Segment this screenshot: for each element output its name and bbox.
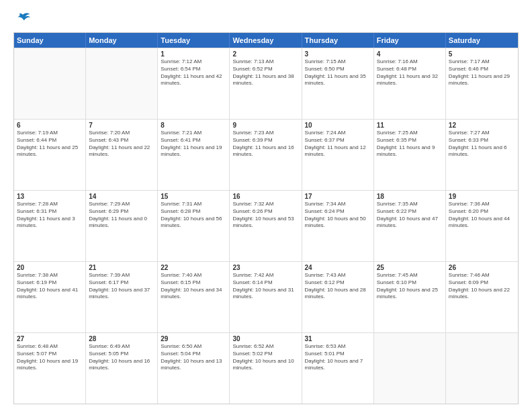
- day-cell-21: 21Sunrise: 7:39 AM Sunset: 6:17 PM Dayli…: [86, 262, 158, 332]
- day-number: 22: [161, 264, 226, 271]
- day-cell-14: 14Sunrise: 7:29 AM Sunset: 6:29 PM Dayli…: [86, 191, 158, 261]
- calendar-body: 1Sunrise: 7:12 AM Sunset: 6:54 PM Daylig…: [14, 48, 518, 404]
- day-cell-24: 24Sunrise: 7:43 AM Sunset: 6:12 PM Dayli…: [302, 262, 374, 332]
- day-cell-8: 8Sunrise: 7:21 AM Sunset: 6:41 PM Daylig…: [158, 120, 230, 190]
- day-number: 20: [17, 264, 83, 271]
- day-cell-12: 12Sunrise: 7:27 AM Sunset: 6:33 PM Dayli…: [446, 120, 518, 190]
- cell-info: Sunrise: 6:48 AM Sunset: 5:07 PM Dayligh…: [17, 343, 83, 372]
- day-header-sunday: Sunday: [14, 33, 86, 48]
- cell-info: Sunrise: 7:40 AM Sunset: 6:15 PM Dayligh…: [161, 272, 226, 301]
- cell-info: Sunrise: 7:25 AM Sunset: 6:35 PM Dayligh…: [377, 130, 443, 158]
- calendar-row-2: 6Sunrise: 7:19 AM Sunset: 6:44 PM Daylig…: [14, 119, 518, 190]
- day-cell-30: 30Sunrise: 6:52 AM Sunset: 5:02 PM Dayli…: [230, 333, 302, 404]
- day-number: 29: [161, 335, 226, 342]
- cell-info: Sunrise: 7:21 AM Sunset: 6:41 PM Dayligh…: [161, 130, 226, 158]
- day-number: 27: [17, 335, 83, 342]
- day-cell-11: 11Sunrise: 7:25 AM Sunset: 6:35 PM Dayli…: [374, 120, 446, 190]
- day-cell-2: 2Sunrise: 7:13 AM Sunset: 6:52 PM Daylig…: [230, 48, 302, 119]
- day-number: 30: [232, 335, 298, 342]
- day-number: 14: [89, 193, 154, 200]
- day-cell-3: 3Sunrise: 7:15 AM Sunset: 6:50 PM Daylig…: [302, 48, 374, 119]
- cell-info: Sunrise: 7:15 AM Sunset: 6:50 PM Dayligh…: [305, 58, 371, 87]
- day-cell-27: 27Sunrise: 6:48 AM Sunset: 5:07 PM Dayli…: [14, 333, 86, 404]
- day-number: 31: [305, 335, 371, 342]
- day-cell-15: 15Sunrise: 7:31 AM Sunset: 6:28 PM Dayli…: [158, 191, 230, 261]
- cell-info: Sunrise: 7:13 AM Sunset: 6:52 PM Dayligh…: [232, 58, 298, 87]
- day-number: 10: [305, 122, 371, 129]
- cell-info: Sunrise: 7:16 AM Sunset: 6:48 PM Dayligh…: [377, 58, 443, 87]
- day-header-friday: Friday: [374, 33, 446, 48]
- day-number: 12: [449, 122, 515, 129]
- day-cell-28: 28Sunrise: 6:49 AM Sunset: 5:05 PM Dayli…: [86, 333, 158, 404]
- cell-info: Sunrise: 7:31 AM Sunset: 6:28 PM Dayligh…: [161, 201, 226, 230]
- day-number: 3: [305, 50, 371, 58]
- empty-cell: [374, 333, 446, 404]
- day-cell-25: 25Sunrise: 7:45 AM Sunset: 6:10 PM Dayli…: [374, 262, 446, 332]
- day-number: 13: [17, 193, 83, 200]
- cell-info: Sunrise: 7:19 AM Sunset: 6:44 PM Dayligh…: [17, 130, 83, 158]
- day-number: 25: [377, 264, 443, 271]
- day-cell-7: 7Sunrise: 7:20 AM Sunset: 6:43 PM Daylig…: [86, 120, 158, 190]
- day-cell-6: 6Sunrise: 7:19 AM Sunset: 6:44 PM Daylig…: [14, 120, 86, 190]
- day-number: 28: [89, 335, 154, 342]
- day-number: 6: [17, 122, 83, 129]
- day-header-saturday: Saturday: [446, 33, 518, 48]
- cell-info: Sunrise: 7:45 AM Sunset: 6:10 PM Dayligh…: [377, 272, 443, 301]
- day-number: 9: [232, 122, 298, 129]
- cell-info: Sunrise: 7:20 AM Sunset: 6:43 PM Dayligh…: [89, 130, 154, 158]
- day-number: 2: [232, 50, 298, 58]
- cell-info: Sunrise: 7:42 AM Sunset: 6:14 PM Dayligh…: [232, 272, 298, 301]
- cell-info: Sunrise: 6:52 AM Sunset: 5:02 PM Dayligh…: [232, 343, 298, 372]
- cell-info: Sunrise: 7:24 AM Sunset: 6:37 PM Dayligh…: [305, 130, 371, 158]
- cell-info: Sunrise: 7:35 AM Sunset: 6:22 PM Dayligh…: [377, 201, 443, 230]
- day-header-thursday: Thursday: [302, 33, 374, 48]
- day-number: 11: [377, 122, 443, 129]
- cell-info: Sunrise: 7:36 AM Sunset: 6:20 PM Dayligh…: [449, 201, 515, 230]
- day-number: 19: [449, 193, 515, 200]
- cell-info: Sunrise: 6:49 AM Sunset: 5:05 PM Dayligh…: [89, 343, 154, 372]
- day-cell-13: 13Sunrise: 7:28 AM Sunset: 6:31 PM Dayli…: [14, 191, 86, 261]
- day-number: 4: [377, 50, 443, 58]
- day-cell-4: 4Sunrise: 7:16 AM Sunset: 6:48 PM Daylig…: [374, 48, 446, 119]
- day-number: 8: [161, 122, 226, 129]
- calendar-row-4: 20Sunrise: 7:38 AM Sunset: 6:19 PM Dayli…: [14, 261, 518, 332]
- day-number: 21: [89, 264, 154, 271]
- cell-info: Sunrise: 7:12 AM Sunset: 6:54 PM Dayligh…: [161, 58, 226, 87]
- calendar-row-5: 27Sunrise: 6:48 AM Sunset: 5:07 PM Dayli…: [14, 332, 518, 404]
- day-cell-22: 22Sunrise: 7:40 AM Sunset: 6:15 PM Dayli…: [158, 262, 230, 332]
- day-cell-19: 19Sunrise: 7:36 AM Sunset: 6:20 PM Dayli…: [446, 191, 518, 261]
- cell-info: Sunrise: 6:50 AM Sunset: 5:04 PM Dayligh…: [161, 343, 226, 372]
- day-cell-23: 23Sunrise: 7:42 AM Sunset: 6:14 PM Dayli…: [230, 262, 302, 332]
- empty-cell: [14, 48, 86, 119]
- day-cell-16: 16Sunrise: 7:32 AM Sunset: 6:26 PM Dayli…: [230, 191, 302, 261]
- empty-cell: [446, 333, 518, 404]
- empty-cell: [86, 48, 158, 119]
- day-cell-18: 18Sunrise: 7:35 AM Sunset: 6:22 PM Dayli…: [374, 191, 446, 261]
- day-cell-1: 1Sunrise: 7:12 AM Sunset: 6:54 PM Daylig…: [158, 48, 230, 119]
- calendar-row-3: 13Sunrise: 7:28 AM Sunset: 6:31 PM Dayli…: [14, 190, 518, 261]
- cell-info: Sunrise: 7:34 AM Sunset: 6:24 PM Dayligh…: [305, 201, 371, 230]
- cell-info: Sunrise: 7:46 AM Sunset: 6:09 PM Dayligh…: [449, 272, 515, 301]
- calendar: SundayMondayTuesdayWednesdayThursdayFrid…: [13, 32, 519, 404]
- cell-info: Sunrise: 7:23 AM Sunset: 6:39 PM Dayligh…: [232, 130, 298, 158]
- day-cell-5: 5Sunrise: 7:17 AM Sunset: 6:46 PM Daylig…: [446, 48, 518, 119]
- logo: [13, 12, 31, 26]
- calendar-row-1: 1Sunrise: 7:12 AM Sunset: 6:54 PM Daylig…: [14, 48, 518, 119]
- day-number: 18: [377, 193, 443, 200]
- day-number: 5: [449, 50, 515, 58]
- day-cell-20: 20Sunrise: 7:38 AM Sunset: 6:19 PM Dayli…: [14, 262, 86, 332]
- cell-info: Sunrise: 7:17 AM Sunset: 6:46 PM Dayligh…: [449, 58, 515, 87]
- cell-info: Sunrise: 7:29 AM Sunset: 6:29 PM Dayligh…: [89, 201, 154, 230]
- day-number: 26: [449, 264, 515, 271]
- page-header: [13, 12, 519, 26]
- day-header-monday: Monday: [86, 33, 158, 48]
- day-number: 24: [305, 264, 371, 271]
- cell-info: Sunrise: 6:53 AM Sunset: 5:01 PM Dayligh…: [305, 343, 371, 372]
- cell-info: Sunrise: 7:38 AM Sunset: 6:19 PM Dayligh…: [17, 272, 83, 301]
- day-cell-31: 31Sunrise: 6:53 AM Sunset: 5:01 PM Dayli…: [302, 333, 374, 404]
- cell-info: Sunrise: 7:43 AM Sunset: 6:12 PM Dayligh…: [305, 272, 371, 301]
- day-number: 15: [161, 193, 226, 200]
- calendar-header: SundayMondayTuesdayWednesdayThursdayFrid…: [14, 33, 518, 48]
- day-cell-17: 17Sunrise: 7:34 AM Sunset: 6:24 PM Dayli…: [302, 191, 374, 261]
- day-number: 7: [89, 122, 154, 129]
